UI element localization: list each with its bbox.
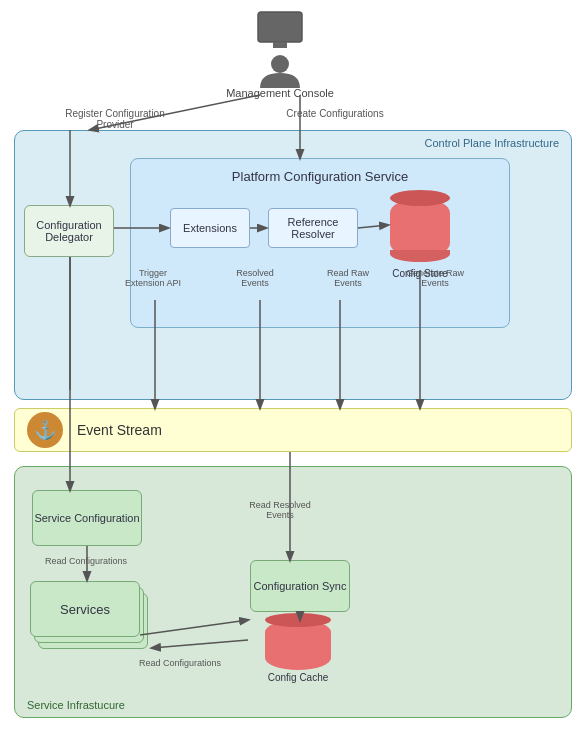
services-box: Services	[30, 581, 140, 637]
control-plane-label: Control Plane Infrastructure	[424, 137, 559, 149]
svg-rect-2	[273, 42, 287, 48]
config-sync-box: Configuration Sync	[250, 560, 350, 612]
management-console-icon	[200, 8, 360, 93]
management-console-label: Management Console	[200, 87, 360, 99]
config-cache-label: Config Cache	[265, 672, 331, 683]
config-store-cylinder	[390, 198, 450, 258]
label-read-raw-events: Read Raw Events	[318, 268, 378, 288]
label-read-configurations2: Read Configurations	[120, 658, 240, 668]
label-register-config: Register Configuration Provider	[60, 108, 170, 130]
platform-config-service-label: Platform Configuration Service	[131, 169, 509, 184]
config-cache: Config Cache	[265, 620, 331, 683]
svg-point-3	[271, 55, 289, 73]
config-store: Config Store	[390, 198, 450, 258]
service-infra-label: Service Infrastucure	[27, 699, 125, 711]
svg-rect-0	[258, 12, 302, 42]
label-create-configs: Create Configurations	[280, 108, 390, 119]
event-stream-label: Event Stream	[77, 422, 162, 438]
event-stream-box: ⚓ Event Stream	[14, 408, 572, 452]
diagram-container: Management Console Register Configuratio…	[0, 0, 586, 729]
config-cache-cylinder	[265, 620, 331, 670]
reference-resolver-box: Reference Resolver	[268, 208, 358, 248]
label-generate-raw-events: Generate Raw Events	[400, 268, 470, 288]
event-stream-icon: ⚓	[27, 412, 63, 448]
management-console: Management Console	[200, 8, 360, 99]
service-configuration-box: Service Configuration	[32, 490, 142, 546]
extensions-box: Extensions	[170, 208, 250, 248]
label-read-resolved-events: Read Resolved Events	[240, 500, 320, 520]
config-delegator-box: Configuration Delegator	[24, 205, 114, 257]
label-resolved-events: Resolved Events	[225, 268, 285, 288]
label-read-configurations: Read Configurations	[36, 556, 136, 566]
label-trigger-extension-api: Trigger Extension API	[118, 268, 188, 288]
